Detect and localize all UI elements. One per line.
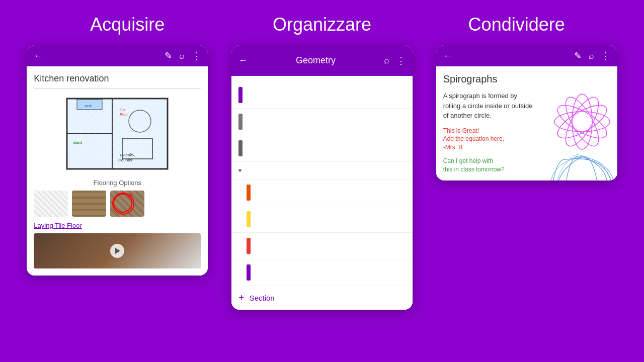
sections-label — [231, 76, 413, 82]
tile-link[interactable]: Laying Tile Floor — [34, 222, 201, 229]
search-icon-3[interactable]: ⌕ — [589, 51, 594, 61]
pencil-icon-1[interactable]: ✎ — [165, 50, 172, 61]
phone3-header-icons: ✎ ⌕ ⋮ — [574, 50, 610, 61]
quizzes-color — [247, 264, 251, 281]
handouts-color — [247, 185, 251, 201]
search-icon-1[interactable]: ⌕ — [179, 51, 185, 61]
phone-condividere: ← ✎ ⌕ ⋮ Spirographs A spirograph is form… — [436, 45, 617, 180]
section-handouts[interactable] — [231, 179, 413, 206]
back-icon-3[interactable]: ← — [443, 51, 452, 61]
back-icon-1[interactable]: ← — [34, 51, 43, 61]
phone2-header-icons: ⌕ ⋮ — [384, 55, 406, 66]
phone2-content: ▾ + Section — [231, 76, 413, 310]
section-amiee-owens[interactable]: ▾ — [231, 162, 413, 179]
content-library-color — [238, 140, 243, 156]
phone3-content: Spirographs A spirograph is formed by ro… — [436, 66, 617, 180]
title-condividere: Condividere — [419, 14, 614, 35]
phone1-content: Kitchen renovation — [27, 66, 208, 276]
video-thumbnail[interactable] — [34, 233, 201, 268]
homework-color — [247, 238, 251, 254]
svg-text:Floor: Floor — [120, 113, 128, 116]
collaboration-color — [238, 114, 243, 130]
back-icon-2[interactable]: ← — [238, 55, 248, 66]
floor-plan: sink Tile Floor island Extend Counter — [34, 94, 201, 174]
phone3-header: ← ✎ ⌕ ⋮ — [436, 45, 617, 66]
svg-rect-8 — [67, 99, 167, 168]
play-icon — [115, 248, 120, 254]
geometry-title: Geometry — [289, 50, 343, 71]
annotation-red: This is Great!Add the equation here.-Mrs… — [443, 127, 535, 152]
section-quizzes[interactable] — [231, 259, 413, 286]
flooring-images — [34, 191, 201, 217]
annotation-green: Can I get help withthis in class tomorro… — [443, 157, 535, 174]
spirograph-visual — [542, 76, 617, 180]
play-button[interactable] — [110, 244, 124, 258]
phone2-header: ← Geometry ⌕ ⋮ — [231, 45, 413, 76]
more-icon-2[interactable]: ⋮ — [396, 55, 406, 66]
more-icon-1[interactable]: ⋮ — [192, 50, 201, 61]
svg-line-17 — [129, 194, 132, 197]
flooring-label: Flooring Options — [34, 179, 201, 187]
flooring-tile — [34, 191, 68, 217]
phone1-header-icons: ✎ ⌕ ⋮ — [165, 50, 201, 61]
phone-acquisire: ← ✎ ⌕ ⋮ Kitchen renovation — [27, 45, 208, 276]
section-collaboration[interactable] — [231, 109, 413, 135]
phone1-header: ← ✎ ⌕ ⋮ — [27, 45, 208, 66]
plus-icon: + — [238, 292, 245, 304]
kitchen-title: Kitchen renovation — [34, 73, 201, 88]
svg-text:sink: sink — [85, 104, 92, 108]
chevron-down-icon: ▾ — [238, 167, 242, 174]
search-icon-2[interactable]: ⌕ — [384, 55, 389, 66]
svg-text:Counter: Counter — [118, 158, 133, 162]
welcome-color — [238, 87, 243, 103]
top-titles-row: Acquisire Organizzare Condividere — [0, 0, 644, 45]
pencil-icon-3[interactable]: ✎ — [574, 50, 582, 61]
section-homework[interactable] — [231, 233, 413, 259]
section-welcome[interactable] — [231, 82, 413, 109]
svg-text:island: island — [73, 141, 82, 144]
title-acquisire: Acquisire — [30, 14, 225, 35]
section-content-library[interactable] — [231, 135, 413, 162]
svg-point-24 — [573, 113, 591, 131]
spirographs-body: A spirograph is formed by rolling a circ… — [443, 91, 535, 121]
add-section-button[interactable]: + Section — [231, 286, 413, 310]
more-icon-3[interactable]: ⋮ — [601, 50, 610, 61]
svg-text:Tile: Tile — [120, 108, 125, 112]
phones-row: ← ✎ ⌕ ⋮ Kitchen renovation — [0, 45, 644, 310]
phone-organizzare: ← Geometry ⌕ ⋮ ▾ — [231, 45, 413, 310]
title-organizzare: Organizzare — [225, 14, 420, 35]
flooring-wood — [72, 191, 106, 217]
class-notes-color — [247, 211, 251, 227]
flooring-dark — [110, 191, 144, 217]
add-section-label: Section — [250, 294, 275, 302]
section-class-notes[interactable] — [231, 206, 413, 233]
